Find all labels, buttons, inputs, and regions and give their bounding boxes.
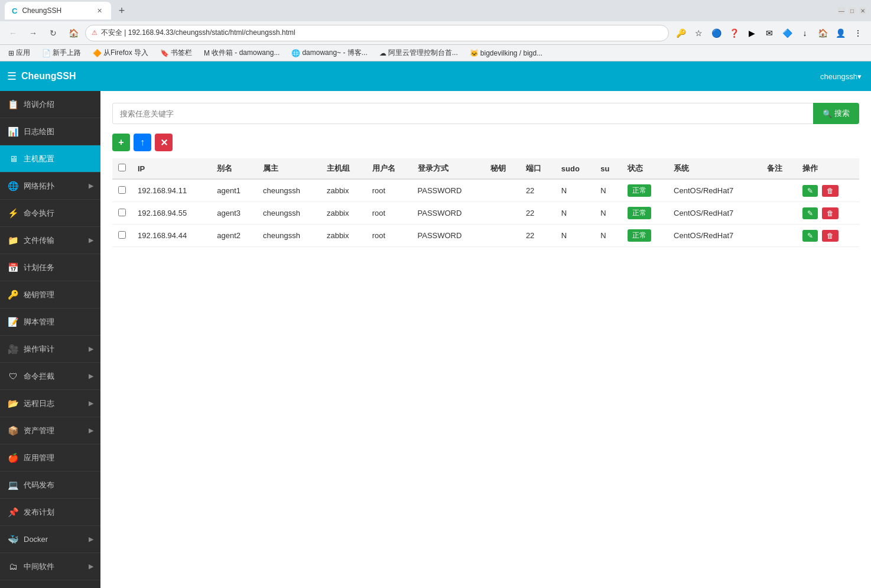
sidebar-item-schedule[interactable]: 📅 计划任务: [0, 254, 100, 281]
edit-button[interactable]: ✎: [802, 207, 818, 219]
header-system: 系统: [668, 158, 761, 179]
cell-remark: [761, 179, 797, 202]
cell-group: zabbix: [321, 179, 366, 202]
asset-icon: 📦: [7, 425, 19, 436]
batch-delete-button[interactable]: ✕: [155, 134, 173, 151]
log-icon: 📊: [7, 126, 19, 137]
avatar-icon[interactable]: 👤: [832, 25, 849, 41]
cell-owner: cheungssh: [257, 179, 321, 202]
header-su: su: [594, 158, 622, 179]
edit-button[interactable]: ✎: [802, 185, 818, 197]
status-badge: 正常: [628, 184, 651, 197]
cmd-icon: ⚡: [7, 208, 19, 219]
browser-tab[interactable]: C CheungSSH ✕: [5, 2, 111, 20]
bookmarks-bar: ⊞ 应用 📄 新手上路 🔶 从Firefox 导入 🔖 书签栏 M 收件箱 - …: [0, 45, 871, 61]
bookmark-github[interactable]: 🐱 bigdevilking / bigd...: [466, 48, 546, 59]
extension1-icon[interactable]: 🔵: [708, 25, 724, 41]
delete-button[interactable]: 🗑: [822, 230, 838, 242]
header-sudo: sudo: [555, 158, 594, 179]
extension4-icon[interactable]: ↓: [797, 25, 813, 41]
firefox-icon: 🔶: [93, 49, 102, 57]
sidebar-item-key[interactable]: 🔑 秘钥管理: [0, 281, 100, 308]
sidebar-item-host[interactable]: 🖥 主机配置: [0, 145, 100, 173]
add-host-button[interactable]: +: [112, 134, 130, 151]
docker-icon: 🐳: [7, 534, 19, 545]
host-table-container: IP 别名 属主 主机组 用户名 登录方式 秘钥 端口 sudo su 状态: [112, 158, 859, 247]
delete-button[interactable]: 🗑: [822, 207, 838, 219]
sidebar-item-topology[interactable]: 🌐 网络拓扑 ▶: [0, 173, 100, 200]
sidebar-item-middleware[interactable]: 🗂 中间软件 ▶: [0, 553, 100, 580]
key-icon: 🔑: [7, 290, 19, 300]
sidebar-item-script[interactable]: 📝 脚本管理: [0, 308, 100, 336]
cell-alias: agent3: [211, 202, 257, 225]
extension2-icon[interactable]: ❓: [726, 25, 742, 41]
tab-title: CheungSSH: [22, 7, 61, 15]
sidebar-item-training[interactable]: 📋 培训介绍: [0, 91, 100, 118]
password-icon[interactable]: 🔑: [672, 25, 689, 41]
cell-remark: [761, 202, 797, 225]
header-owner: 属主: [257, 158, 321, 179]
intercept-icon: 🛡: [7, 371, 19, 381]
search-input[interactable]: [112, 103, 813, 124]
home-button[interactable]: 🏠: [65, 25, 82, 41]
sidebar-item-release-plan[interactable]: 📌 发布计划: [0, 499, 100, 526]
import-button[interactable]: ↑: [134, 134, 151, 151]
sidebar-item-code[interactable]: 💻 代码发布: [0, 472, 100, 499]
bookmark-apps[interactable]: ⊞ 应用: [5, 47, 34, 59]
bookmark-mail[interactable]: M 收件箱 - damowang...: [200, 47, 283, 59]
sidebar-item-docker[interactable]: 🐳 Docker ▶: [0, 526, 100, 553]
cell-port: 22: [520, 202, 555, 225]
cell-status: 正常: [622, 225, 668, 247]
content-area: 🔍 🔍搜索 搜索 + ↑ ✕: [100, 91, 871, 588]
sidebar-item-log[interactable]: 📊 日志绘图: [0, 118, 100, 145]
audit-icon: 🎥: [7, 344, 19, 355]
back-button[interactable]: ←: [5, 25, 21, 41]
maximize-button[interactable]: □: [849, 7, 856, 14]
docker-arrow-icon: ▶: [89, 535, 93, 543]
cell-action: ✎ 🗑: [797, 225, 859, 247]
forward-button[interactable]: →: [25, 25, 41, 41]
bookmark-firefox[interactable]: 🔶 从Firefox 导入: [89, 47, 152, 59]
bookmark-icon: 🔖: [160, 49, 169, 57]
delete-button[interactable]: 🗑: [822, 185, 838, 197]
bookmark-blog[interactable]: 🌐 damowang~ - 博客...: [288, 47, 370, 59]
sidebar-item-cmd[interactable]: ⚡ 命令执行: [0, 200, 100, 227]
toolbar-icons: 🔑 ☆ 🔵 ❓ ▶ ✉ 🔷 ↓ 🏠 👤 ⋮: [672, 25, 866, 41]
youtube-icon[interactable]: ▶: [743, 25, 760, 41]
close-icon[interactable]: ✕: [95, 6, 104, 15]
bookmark-bar[interactable]: 🔖 书签栏: [157, 47, 196, 59]
hamburger-icon[interactable]: ☰: [7, 70, 17, 83]
tab-favicon: C: [12, 7, 17, 15]
bookmark-newbie[interactable]: 📄 新手上路: [38, 47, 84, 59]
sidebar-item-asset[interactable]: 📦 资产管理 ▶: [0, 417, 100, 444]
sidebar-item-audit[interactable]: 🎥 操作审计 ▶: [0, 336, 100, 363]
minimize-button[interactable]: —: [838, 7, 845, 14]
table-header-row: IP 别名 属主 主机组 用户名 登录方式 秘钥 端口 sudo su 状态: [112, 158, 859, 179]
extension3-icon[interactable]: 🔷: [779, 25, 795, 41]
new-tab-button[interactable]: +: [113, 2, 130, 19]
bookmark-aliyun[interactable]: ☁ 阿里云管理控制台首...: [376, 47, 462, 59]
cell-alias: agent1: [211, 179, 257, 202]
transfer-icon: 📁: [7, 235, 19, 246]
header-checkbox: [112, 158, 132, 179]
menu-icon[interactable]: ⋮: [850, 25, 866, 41]
search-button[interactable]: 🔍 🔍搜索 搜索: [813, 103, 859, 124]
sidebar-item-transfer[interactable]: 📁 文件传输 ▶: [0, 227, 100, 254]
mail-icon[interactable]: ✉: [761, 25, 778, 41]
star-icon[interactable]: ☆: [690, 25, 707, 41]
reload-button[interactable]: ↻: [45, 25, 61, 41]
sidebar-item-remote-log[interactable]: 📂 远程日志 ▶: [0, 390, 100, 417]
row-checkbox[interactable]: [118, 231, 126, 239]
user-menu[interactable]: cheungssh▾: [820, 72, 862, 81]
select-all-checkbox[interactable]: [118, 164, 126, 171]
sidebar-item-intercept[interactable]: 🛡 命令拦截 ▶: [0, 363, 100, 390]
sidebar-item-app-mgr[interactable]: 🍎 应用管理: [0, 444, 100, 472]
address-bar[interactable]: ⚠ 不安全 | 192.168.94.33/cheungssh/static/h…: [85, 25, 669, 41]
cell-login-method: PASSWORD: [412, 225, 485, 247]
window-close-button[interactable]: ✕: [859, 7, 866, 14]
row-checkbox[interactable]: [118, 209, 126, 216]
home2-icon[interactable]: 🏠: [814, 25, 831, 41]
apps-icon: ⊞: [8, 49, 14, 57]
row-checkbox[interactable]: [118, 186, 126, 194]
edit-button[interactable]: ✎: [802, 230, 818, 242]
